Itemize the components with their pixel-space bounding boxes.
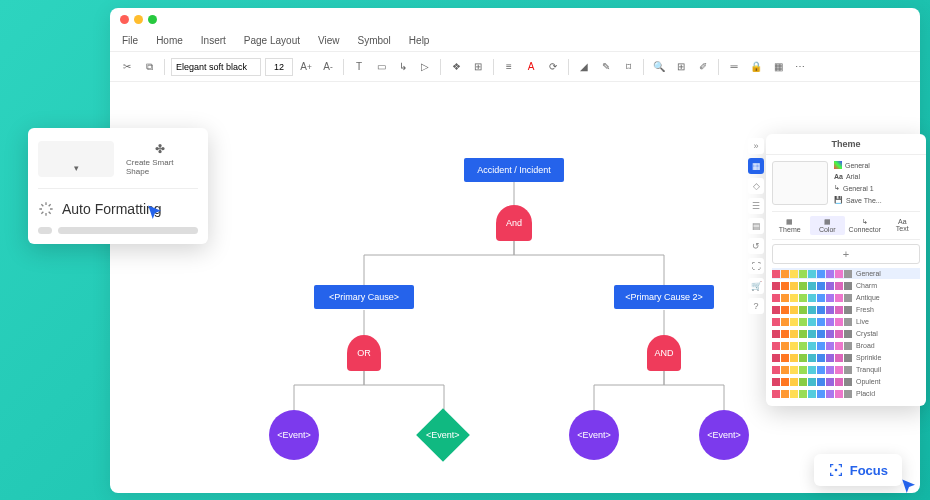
tab-theme[interactable]: ▦Theme	[772, 216, 808, 235]
palette-list: GeneralCharmAntiqueFreshLiveCrystalBroad…	[772, 268, 920, 399]
slider[interactable]	[38, 227, 198, 234]
lock-icon[interactable]: 🔒	[747, 58, 765, 76]
focus-icon	[828, 462, 844, 478]
node-event-4[interactable]: <Event>	[699, 410, 749, 460]
pen-icon[interactable]: ✐	[694, 58, 712, 76]
zoom-icon[interactable]: 🔍	[650, 58, 668, 76]
rotate-icon[interactable]: ⟳	[544, 58, 562, 76]
node-gate-and2[interactable]: AND	[647, 335, 681, 371]
close-icon[interactable]	[120, 15, 129, 24]
cursor-icon	[146, 204, 164, 222]
side-more-icon[interactable]: »	[748, 138, 764, 154]
side-tool-strip: » ▦ ◇ ☰ ▤ ↺ ⛶ 🛒 ?	[748, 138, 764, 314]
tab-color[interactable]: ▦Color	[810, 216, 846, 235]
palette-antique[interactable]: Antique	[772, 292, 920, 303]
node-primary-1[interactable]: <Primary Cause>	[314, 285, 414, 309]
menu-view[interactable]: View	[318, 35, 340, 46]
node-event-1[interactable]: <Event>	[269, 410, 319, 460]
palette-placid[interactable]: Placid	[772, 388, 920, 399]
node-primary-2[interactable]: <Primary Cause 2>	[614, 285, 714, 309]
text-tool-icon[interactable]: T	[350, 58, 368, 76]
connector-tool-icon[interactable]: ↳	[394, 58, 412, 76]
layout-icon[interactable]: ▦	[769, 58, 787, 76]
menu-insert[interactable]: Insert	[201, 35, 226, 46]
crop-icon[interactable]: ⌑	[619, 58, 637, 76]
theme-panel: » ▦ ◇ ☰ ▤ ↺ ⛶ 🛒 ? Theme General AaArial …	[766, 134, 926, 406]
theme-title: Theme	[766, 134, 926, 155]
menu-file[interactable]: File	[122, 35, 138, 46]
line-style-icon[interactable]: ═	[725, 58, 743, 76]
palette-crystal[interactable]: Crystal	[772, 328, 920, 339]
side-page-icon[interactable]: ▤	[748, 218, 764, 234]
font-size-select[interactable]	[265, 58, 293, 76]
node-event-3[interactable]: <Event>	[569, 410, 619, 460]
maximize-icon[interactable]	[148, 15, 157, 24]
more-icon[interactable]: ⋯	[791, 58, 809, 76]
toolbar: ✂ ⧉ A+ A- T ▭ ↳ ▷ ❖ ⊞ ≡ A ⟳ ◢ ✎ ⌑ 🔍 ⊞ ✐ …	[110, 52, 920, 82]
menu-symbol[interactable]: Symbol	[358, 35, 391, 46]
group-icon[interactable]: ⊞	[469, 58, 487, 76]
auto-formatting-button[interactable]: Auto Formatting	[38, 201, 198, 217]
palette-fresh[interactable]: Fresh	[772, 304, 920, 315]
menu-home[interactable]: Home	[156, 35, 183, 46]
minimize-icon[interactable]	[134, 15, 143, 24]
opt-general1[interactable]: ↳General 1	[834, 184, 920, 192]
focus-button[interactable]: Focus	[814, 454, 902, 486]
sparkle-icon	[38, 201, 54, 217]
pointer-tool-icon[interactable]: ▷	[416, 58, 434, 76]
tab-text[interactable]: AaText	[885, 216, 921, 235]
shape-tool-icon[interactable]: ▭	[372, 58, 390, 76]
font-select[interactable]	[171, 58, 261, 76]
opt-save[interactable]: 💾Save The...	[834, 196, 920, 204]
font-color-icon[interactable]: A	[522, 58, 540, 76]
sparkle-button[interactable]: ▾	[38, 141, 114, 177]
palette-sprinkle[interactable]: Sprinkle	[772, 352, 920, 363]
palette-charm[interactable]: Charm	[772, 280, 920, 291]
menu-page-layout[interactable]: Page Layout	[244, 35, 300, 46]
opt-general[interactable]: General	[834, 161, 920, 169]
side-cart-icon[interactable]: 🛒	[748, 278, 764, 294]
palette-opulent[interactable]: Opulent	[772, 376, 920, 387]
palette-live[interactable]: Live	[772, 316, 920, 327]
cut-icon[interactable]: ✂	[118, 58, 136, 76]
node-gate-and[interactable]: And	[496, 205, 532, 241]
node-event-2[interactable]: <Event>	[416, 408, 470, 462]
tab-connector[interactable]: ↳Connector	[847, 216, 883, 235]
copy-icon[interactable]: ⧉	[140, 58, 158, 76]
align-icon[interactable]: ≡	[500, 58, 518, 76]
palette-tranquil[interactable]: Tranquil	[772, 364, 920, 375]
opt-arial[interactable]: AaArial	[834, 173, 920, 180]
add-palette-button[interactable]: +	[772, 244, 920, 264]
fill-icon[interactable]: ◢	[575, 58, 593, 76]
side-history-icon[interactable]: ↺	[748, 238, 764, 254]
font-increase-icon[interactable]: A+	[297, 58, 315, 76]
theme-preview[interactable]	[772, 161, 828, 205]
side-theme-icon[interactable]: ▦	[748, 158, 764, 174]
menubar: File Home Insert Page Layout View Symbol…	[110, 30, 920, 52]
font-decrease-icon[interactable]: A-	[319, 58, 337, 76]
cursor-icon	[900, 478, 918, 496]
smart-shape-button[interactable]: ✤ Create Smart Shape	[122, 138, 198, 180]
side-help-icon[interactable]: ?	[748, 298, 764, 314]
line-color-icon[interactable]: ✎	[597, 58, 615, 76]
side-expand-icon[interactable]: ⛶	[748, 258, 764, 274]
side-shape-icon[interactable]: ◇	[748, 178, 764, 194]
menu-help[interactable]: Help	[409, 35, 430, 46]
node-gate-or[interactable]: OR	[347, 335, 381, 371]
side-layer-icon[interactable]: ☰	[748, 198, 764, 214]
titlebar	[110, 8, 920, 30]
layers-icon[interactable]: ❖	[447, 58, 465, 76]
palette-broad[interactable]: Broad	[772, 340, 920, 351]
node-root[interactable]: Accident / Incident	[464, 158, 564, 182]
svg-point-3	[834, 469, 837, 472]
palette-general[interactable]: General	[772, 268, 920, 279]
grid-icon[interactable]: ⊞	[672, 58, 690, 76]
sparkle-icon	[68, 145, 84, 161]
auto-format-popup: ▾ ✤ Create Smart Shape Auto Formatting	[28, 128, 208, 244]
